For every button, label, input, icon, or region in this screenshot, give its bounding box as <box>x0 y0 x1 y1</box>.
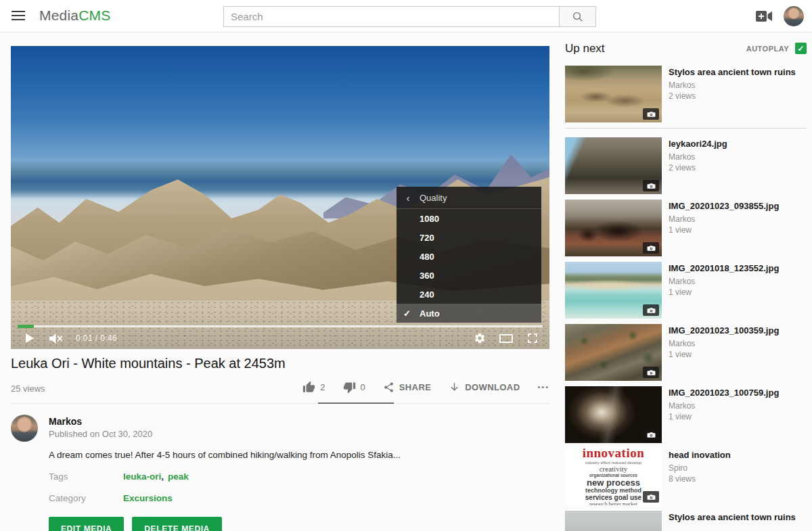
list-item[interactable]: innovation industry effect reduced devel… <box>565 448 807 505</box>
tag-link[interactable]: peak <box>168 471 189 482</box>
ratings-divider <box>11 403 549 404</box>
video-title[interactable]: IMG_20201018_123552.jpg <box>669 262 779 274</box>
autoplay-checkbox[interactable]: ✓ <box>795 43 807 54</box>
main-column: ‹ Quality 1080 720 480 360 240 ✓ Auto <box>11 46 549 531</box>
player-controls: 0:01 / 0:46 <box>11 327 549 349</box>
quality-option-label: Auto <box>420 308 440 319</box>
list-item[interactable]: IMG_20201018_123552.jpgMarkos1 view <box>565 262 807 319</box>
quality-option-label: 720 <box>420 233 434 243</box>
list-item[interactable]: IMG_20201023_100759.jpgMarkos1 view <box>565 386 807 443</box>
video-title[interactable]: Stylos area ancient town ruins <box>669 66 796 78</box>
video-thumbnail[interactable] <box>565 511 662 531</box>
video-thumbnail[interactable]: innovation industry effect reduced devel… <box>565 448 662 505</box>
video-views: 2 views <box>669 162 727 173</box>
logo-text-media: Media <box>39 7 78 23</box>
top-bar: MediaCMS <box>0 0 812 32</box>
upload-media-button[interactable] <box>756 10 773 22</box>
quality-option-720[interactable]: 720 <box>397 228 541 247</box>
camera-badge-icon <box>643 304 659 316</box>
video-thumbnail[interactable] <box>565 262 662 319</box>
share-button[interactable]: SHARE <box>383 382 432 393</box>
video-title[interactable]: IMG_20201023_100759.jpg <box>669 387 779 398</box>
quality-option-1080[interactable]: 1080 <box>397 209 541 228</box>
video-title[interactable]: IMG_20201023_100359.jpg <box>669 325 779 336</box>
video-thumbnail[interactable] <box>565 324 662 381</box>
user-avatar[interactable] <box>784 6 804 26</box>
search-input[interactable] <box>223 6 560 27</box>
category-link[interactable]: Excursions <box>123 493 173 503</box>
check-icon: ✓ <box>797 44 804 53</box>
video-player[interactable]: ‹ Quality 1080 720 480 360 240 ✓ Auto <box>11 46 549 349</box>
author-block: Markos Published on Oct 30, 2020 <box>11 415 549 442</box>
video-title[interactable]: Stylos area ancient town ruins <box>669 511 796 523</box>
wordcloud-text: technology method <box>585 488 641 494</box>
quality-option-auto-selected[interactable]: ✓ Auto <box>397 304 541 323</box>
video-title[interactable]: IMG_20201023_093855.jpg <box>669 200 779 212</box>
quality-option-480[interactable]: 480 <box>397 247 541 266</box>
video-title[interactable]: leykaori24.jpg <box>669 138 727 149</box>
tags-row: Tags <box>49 471 68 482</box>
video-thumbnail[interactable] <box>565 200 662 256</box>
search-button[interactable] <box>560 6 596 27</box>
list-item[interactable]: Stylos area ancient town ruins <box>565 511 807 531</box>
site-logo[interactable]: MediaCMS <box>39 7 110 24</box>
video-views: 1 view <box>669 225 779 235</box>
up-next-header: Up next AUTOPLAY ✓ <box>565 42 807 66</box>
list-item[interactable]: Stylos area ancient town ruinsMarkos2 vi… <box>565 66 807 122</box>
divider <box>565 128 807 129</box>
tags-label: Tags <box>49 471 68 482</box>
video-author: Markos <box>669 152 727 162</box>
chevron-left-icon: ‹ <box>397 192 420 204</box>
video-views: 1 view <box>669 287 779 298</box>
video-camera-plus-icon <box>756 10 773 22</box>
share-label: SHARE <box>399 382 432 392</box>
video-views: 2 views <box>669 91 796 101</box>
thumbs-down-icon <box>343 381 356 394</box>
category-value: Excursions <box>123 493 173 503</box>
more-options-button[interactable]: ••• <box>537 383 549 391</box>
author-avatar[interactable] <box>11 415 38 442</box>
dislike-button[interactable]: 0 <box>343 381 365 394</box>
quality-option-360[interactable]: 360 <box>397 266 541 285</box>
download-icon <box>449 382 460 393</box>
view-count: 25 views <box>11 384 45 394</box>
autoplay-control: AUTOPLAY ✓ <box>746 43 807 54</box>
wordcloud-text: creativity <box>600 465 628 473</box>
muted-volume-icon[interactable] <box>49 333 64 344</box>
quality-option-label: 1080 <box>420 214 439 224</box>
page-title: Leuka Ori - White mountains - Peak at 24… <box>11 356 286 371</box>
video-author: Markos <box>669 214 779 225</box>
hamburger-menu-icon[interactable] <box>12 11 25 21</box>
edit-media-button[interactable]: EDIT MEDIA <box>49 517 124 531</box>
video-author: Markos <box>669 80 796 91</box>
quality-option-label: 480 <box>420 252 434 262</box>
play-button[interactable] <box>26 333 34 343</box>
camera-badge-icon <box>643 367 659 378</box>
delete-media-button[interactable]: DELETE MEDIA <box>132 517 222 531</box>
list-item[interactable]: IMG_20201023_093855.jpgMarkos1 view <box>565 200 807 256</box>
settings-gear-icon[interactable] <box>474 332 486 344</box>
list-item[interactable]: leykaori24.jpgMarkos2 views <box>565 137 807 194</box>
theater-mode-icon[interactable] <box>499 334 513 343</box>
tag-link[interactable]: leuka-ori <box>123 471 161 482</box>
fullscreen-icon[interactable] <box>526 332 539 344</box>
wordcloud-text: new process <box>587 478 640 487</box>
author-name[interactable]: Markos <box>49 416 82 427</box>
quality-option-240[interactable]: 240 <box>397 285 541 304</box>
video-thumbnail[interactable] <box>565 386 662 443</box>
quality-menu-header[interactable]: ‹ Quality <box>397 187 541 209</box>
video-author: Spiro <box>669 463 731 474</box>
camera-badge-icon <box>643 429 659 440</box>
video-thumbnail[interactable] <box>565 66 662 122</box>
thumbs-up-icon <box>302 381 315 394</box>
video-author: Markos <box>669 276 779 287</box>
list-item[interactable]: IMG_20201023_100359.jpgMarkos1 view <box>565 324 807 381</box>
download-button[interactable]: DOWNLOAD <box>449 382 520 393</box>
video-title[interactable]: head inovation <box>669 449 731 461</box>
like-button[interactable]: 2 <box>302 381 325 394</box>
quality-option-label: 240 <box>420 290 434 300</box>
tags-values: leuka-ori,peak <box>123 471 189 482</box>
search-bar <box>223 6 596 27</box>
video-thumbnail[interactable] <box>565 137 662 194</box>
player-controls-right <box>474 332 549 344</box>
